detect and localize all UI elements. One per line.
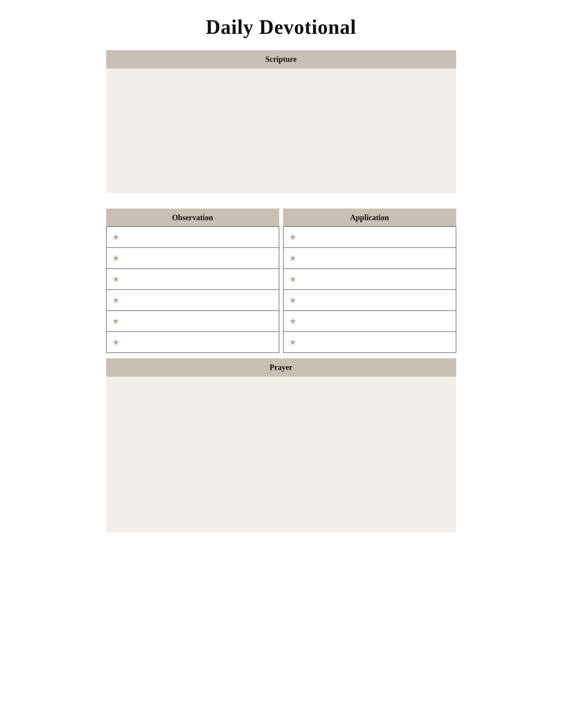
application-cell-5[interactable]: ★ — [283, 310, 456, 332]
star-icon: ★ — [112, 338, 120, 347]
star-icon: ★ — [112, 317, 120, 326]
prayer-section: Prayer — [106, 358, 456, 532]
application-cell-2[interactable]: ★ — [283, 247, 456, 269]
observation-cell-5[interactable]: ★ — [106, 310, 279, 332]
prayer-header: Prayer — [106, 358, 456, 377]
observation-cell-2[interactable]: ★ — [106, 247, 279, 269]
scripture-header: Scripture — [106, 50, 456, 68]
prayer-text-area[interactable] — [106, 377, 456, 532]
observation-cell-4[interactable]: ★ — [106, 289, 279, 311]
star-icon: ★ — [289, 317, 297, 326]
application-cell-3[interactable]: ★ — [283, 268, 456, 290]
observation-cell-3[interactable]: ★ — [106, 268, 279, 290]
application-header: Application — [283, 209, 456, 227]
star-icon: ★ — [112, 296, 120, 305]
observation-cell-6[interactable]: ★ — [106, 332, 279, 353]
star-icon: ★ — [289, 296, 297, 305]
obs-app-row: ★ ★ — [106, 227, 456, 248]
star-icon: ★ — [112, 275, 120, 284]
star-icon: ★ — [112, 254, 120, 263]
scripture-text-area[interactable] — [106, 68, 456, 193]
obs-app-row: ★ ★ — [106, 269, 456, 290]
page-title: Daily Devotional — [106, 16, 456, 39]
application-cell-4[interactable]: ★ — [283, 289, 456, 311]
obs-app-headers: Observation Application — [106, 209, 456, 227]
obs-app-rows: ★ ★ ★ ★ ★ ★ — [106, 227, 456, 353]
scripture-section: Scripture — [106, 50, 456, 209]
observation-header: Observation — [106, 209, 279, 227]
star-icon: ★ — [289, 275, 297, 284]
page-container: Daily Devotional Scripture Observation A… — [106, 16, 456, 712]
star-icon: ★ — [289, 233, 297, 242]
application-cell-1[interactable]: ★ — [283, 226, 456, 248]
application-cell-6[interactable]: ★ — [283, 332, 456, 353]
star-icon: ★ — [112, 233, 120, 242]
obs-app-row: ★ ★ — [106, 311, 456, 332]
star-icon: ★ — [289, 254, 297, 263]
observation-cell-1[interactable]: ★ — [106, 226, 279, 248]
obs-app-row: ★ ★ — [106, 290, 456, 311]
obs-app-row: ★ ★ — [106, 332, 456, 353]
obs-app-section: Observation Application ★ ★ ★ ★ — [106, 209, 456, 353]
star-icon: ★ — [289, 338, 297, 347]
obs-app-row: ★ ★ — [106, 248, 456, 269]
